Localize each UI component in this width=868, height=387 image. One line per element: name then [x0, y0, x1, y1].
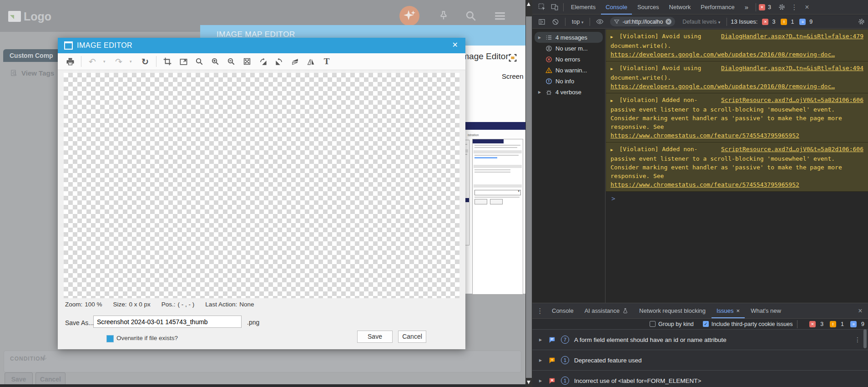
filter-text[interactable]: -url:http://localho [622, 19, 663, 25]
devtools-settings-button[interactable] [776, 1, 787, 13]
drawer-tab-network-request-blocking[interactable]: Network request blocking [634, 303, 711, 318]
devtools-close-button[interactable]: × [801, 1, 813, 13]
crop-button[interactable] [162, 56, 172, 66]
expand-caret-icon[interactable]: ▶ [611, 148, 613, 152]
expand-caret-icon[interactable]: ▶ [538, 36, 542, 40]
expand-caret-icon[interactable]: ▶ [539, 379, 543, 383]
expand-caret-icon[interactable]: ▶ [538, 90, 542, 94]
devtools-menu-button[interactable]: ⋮ [788, 1, 800, 13]
redo-dropdown-caret[interactable]: ▾ [130, 59, 134, 64]
tab-network[interactable]: Network [665, 0, 696, 15]
zoom-out-button[interactable] [226, 56, 236, 66]
flip-horizontal-button[interactable] [306, 56, 316, 66]
overwrite-checkbox[interactable] [106, 335, 114, 342]
console-filter-pill[interactable]: -url:http://localho ✕ [610, 17, 675, 26]
sidebar-item-errors[interactable]: No errors [535, 54, 603, 65]
drawer-tab-whats-new[interactable]: What's new [746, 303, 786, 318]
cancel-button[interactable]: Cancel [398, 331, 426, 343]
console-settings-button[interactable] [855, 16, 867, 28]
tab-console[interactable]: Console [601, 0, 632, 15]
expand-caret-icon[interactable]: ▶ [539, 338, 543, 342]
image-editor-titlebar[interactable]: IMAGE EDITOR ✕ [58, 38, 465, 53]
issues-count-label[interactable]: 13 Issues: [731, 18, 757, 25]
issue-row[interactable]: ▶ 1 Deprecated feature used [532, 350, 868, 370]
tab-sources[interactable]: Sources [633, 0, 664, 15]
message-source-link[interactable]: ScriptResource.axd?d…ojV0&t=5a82d106:606 [721, 145, 863, 153]
issues-scrollbar-thumb[interactable] [863, 329, 867, 348]
console-prompt[interactable]: > [606, 192, 868, 202]
editor-canvas[interactable] [64, 73, 459, 298]
device-toolbar-icon [551, 3, 559, 11]
zoom-in-button[interactable] [210, 56, 220, 66]
tab-performance[interactable]: Performance [696, 0, 739, 15]
menu-button[interactable] [494, 11, 506, 21]
preview-thumbnail-main[interactable]: ▾ [472, 139, 523, 295]
context-selector[interactable]: top ▾ [569, 19, 586, 25]
condition-label: CONDITION [10, 356, 45, 362]
issue-kebab-menu[interactable]: ⋮ [854, 336, 861, 343]
tab-elements[interactable]: Elements [566, 0, 600, 15]
clear-filter-icon[interactable]: ✕ [666, 19, 671, 25]
filename-input[interactable] [93, 316, 242, 328]
error-badge-icon[interactable]: ✕ [759, 4, 765, 10]
drawer-tab-ai-assistance[interactable]: AI assistance [580, 303, 633, 318]
scrollbar-up-arrow[interactable] [527, 2, 530, 6]
scrollbar-down-arrow[interactable] [527, 381, 530, 384]
console-sidebar-toggle[interactable] [536, 16, 548, 28]
third-party-checkbox[interactable]: ✓ [703, 321, 709, 327]
page-scrollbar[interactable] [525, 0, 532, 387]
sidebar-item-warnings[interactable]: No warnin... [535, 65, 603, 76]
message-source-link[interactable]: DialogHandler.aspx?D…tn=&isRtl=false:494 [721, 64, 863, 72]
redo-button[interactable]: ↷ [114, 56, 124, 66]
issue-row[interactable]: ▶ 1 Incorrect use of <label for=FORM_ELE… [532, 370, 868, 387]
log-levels-selector[interactable]: Default levels ▾ [680, 19, 723, 25]
undo-dropdown-caret[interactable]: ▾ [103, 59, 108, 64]
message-source-link[interactable]: ScriptResource.axd?d…ojV0&t=5a82d106:606 [721, 96, 863, 104]
sidebar-item-all-messages[interactable]: ▶ 4 messages [535, 32, 603, 43]
sidebar-item-verbose[interactable]: ▶ 4 verbose [535, 87, 603, 97]
zoom-tool-button[interactable] [194, 56, 204, 66]
undo-button[interactable]: ↶ [87, 56, 97, 66]
view-tags-link[interactable]: View Tags [10, 69, 54, 77]
message-doc-link[interactable]: https://developers.google.com/web/update… [611, 51, 835, 58]
ai-sparkle-button[interactable] [399, 6, 419, 26]
clear-console-button[interactable] [550, 16, 561, 28]
text-tool-button[interactable]: T [322, 56, 332, 66]
image-editor-dialog: IMAGE EDITOR ✕ ↶ ▾ ↷ ▾ ↻ [58, 38, 465, 349]
issue-row[interactable]: ▶ 7 A form field element should have an … [532, 329, 868, 350]
transparency-button[interactable] [242, 56, 252, 66]
sidebar-item-user-messages[interactable]: No user m... [535, 43, 603, 54]
close-issues-tab-icon[interactable]: × [737, 304, 740, 318]
message-doc-link[interactable]: https://www.chromestatus.com/feature/574… [611, 132, 799, 139]
more-tabs-button[interactable]: » [740, 0, 753, 15]
expand-caret-icon[interactable]: ▶ [611, 35, 613, 39]
expand-caret-icon[interactable]: ▶ [539, 358, 543, 362]
inspect-element-button[interactable] [536, 1, 548, 13]
screenshot-capture-button[interactable] [508, 53, 518, 63]
search-button[interactable] [465, 10, 477, 22]
message-doc-link[interactable]: https://developers.google.com/web/update… [611, 83, 835, 90]
expand-caret-icon[interactable]: ▶ [611, 66, 613, 71]
page-issue-icon [548, 336, 556, 344]
drawer-tab-issues[interactable]: Issues × [712, 303, 745, 318]
drawer-close-button[interactable]: × [854, 305, 866, 317]
expand-caret-icon[interactable]: ▶ [611, 98, 613, 103]
pin-button[interactable] [438, 10, 449, 22]
drawer-tab-console[interactable]: Console [547, 303, 579, 318]
dialog-close-button[interactable]: ✕ [452, 41, 458, 49]
live-expression-button[interactable] [594, 16, 606, 28]
save-button[interactable]: Save [357, 331, 393, 343]
message-source-link[interactable]: DialogHandler.aspx?D…tn=&isRtl=false:479 [721, 32, 863, 41]
message-doc-link[interactable]: https://www.chromestatus.com/feature/574… [611, 181, 799, 188]
flip-vertical-button[interactable] [290, 56, 300, 66]
sidebar-item-info[interactable]: No info [535, 76, 603, 87]
refresh-button[interactable]: ↻ [140, 56, 150, 66]
rotate-right-button[interactable] [258, 56, 268, 66]
group-by-kind-checkbox[interactable] [650, 321, 656, 327]
device-toolbar-button[interactable] [549, 1, 560, 13]
scrollbar-thumb[interactable] [526, 16, 532, 378]
drawer-menu-button[interactable]: ⋮ [534, 305, 546, 317]
rotate-left-button[interactable] [274, 56, 284, 66]
resize-button[interactable] [178, 56, 188, 66]
print-button[interactable] [65, 56, 75, 66]
